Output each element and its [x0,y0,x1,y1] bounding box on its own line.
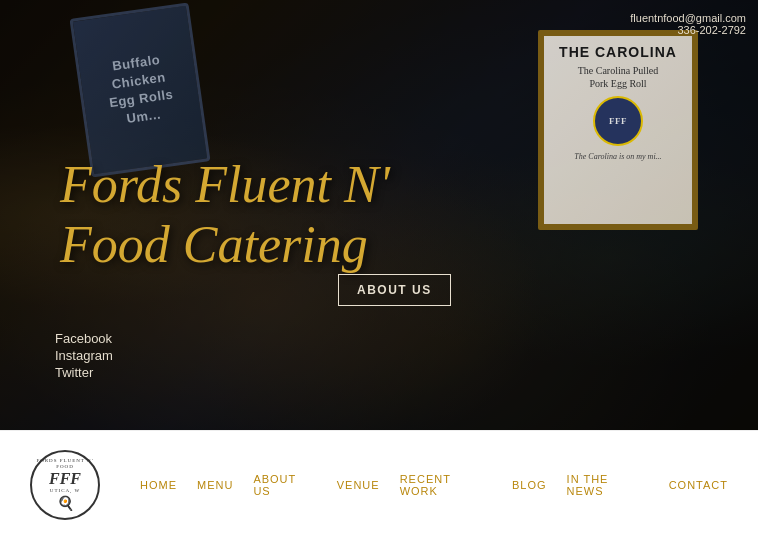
hero-section: fluentnfood@gmail.com 336-202-2792 Buffa… [0,0,758,430]
hero-title: Fords Fluent N' Food Catering [60,155,390,275]
nav-about[interactable]: ABOUT US [253,473,316,497]
logo-area: FORDS FLUENT N' FOOD FFF UTICA, W 🍳 [30,450,100,520]
social-links: Facebook Instagram Twitter [55,331,113,380]
logo-text-top: FORDS FLUENT N' FOOD [32,458,98,470]
pan-icon: 🍳 [57,495,74,512]
nav-bar: FORDS FLUENT N' FOOD FFF UTICA, W 🍳 HOME… [0,430,758,539]
nav-contact[interactable]: CONTACT [669,479,728,491]
contact-phone: 336-202-2792 [630,24,746,36]
facebook-link[interactable]: Facebook [55,331,113,346]
nav-in-the-news[interactable]: IN THE NEWS [567,473,649,497]
about-btn-wrapper: ABOUT US [338,274,451,306]
instagram-link[interactable]: Instagram [55,348,113,363]
sign-left-text: BuffaloChickenEgg RollsUm... [103,49,177,130]
nav-recent-work[interactable]: RECENT WORK [400,473,492,497]
logo-fff: FFF [49,470,81,488]
contact-info: fluentnfood@gmail.com 336-202-2792 [630,12,746,36]
hero-title-line1: Fords Fluent N' [60,156,390,213]
about-us-button[interactable]: ABOUT US [338,274,451,306]
sign-right-footer: The Carolina is on my mi... [574,152,661,161]
nav-blog[interactable]: BLOG [512,479,547,491]
hero-heading: Fords Fluent N' Food Catering [60,155,390,275]
nav-venue[interactable]: VENUE [337,479,380,491]
logo-text-bottom: UTICA, W [50,488,80,494]
nav-home[interactable]: HOME [140,479,177,491]
sign-right-subtitle: The Carolina PulledPork Egg Roll [578,64,659,90]
twitter-link[interactable]: Twitter [55,365,113,380]
sign-left: BuffaloChickenEgg RollsUm... [69,2,210,177]
logo-circle: FORDS FLUENT N' FOOD FFF UTICA, W 🍳 [30,450,100,520]
sign-right-badge: FFF [593,96,643,146]
sign-right: THE CAROLINA The Carolina PulledPork Egg… [538,30,698,230]
nav-links: HOME MENU ABOUT US VENUE RECENT WORK BLO… [140,473,728,497]
sign-right-title: THE CAROLINA [559,44,677,60]
hero-title-line2: Food Catering [60,216,368,273]
contact-email: fluentnfood@gmail.com [630,12,746,24]
nav-menu[interactable]: MENU [197,479,233,491]
